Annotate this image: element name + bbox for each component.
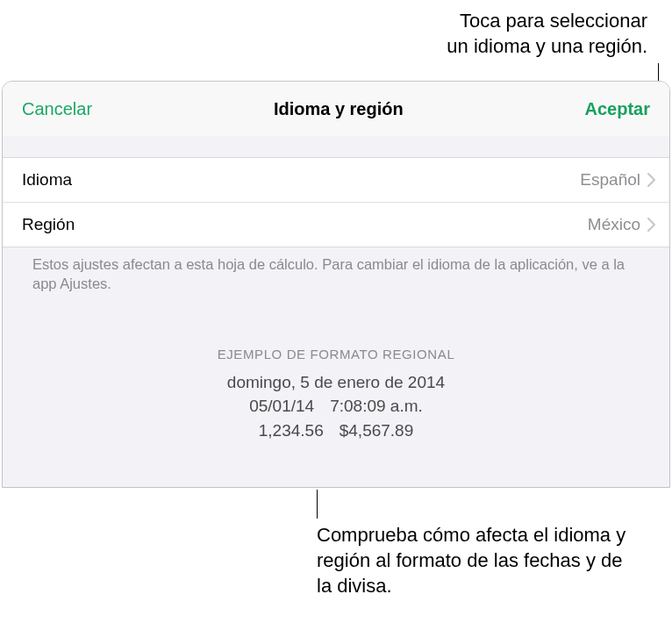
settings-footer-note: Estos ajustes afectan a esta hoja de cál… — [3, 247, 669, 294]
row-language-value: Español — [580, 170, 640, 190]
settings-group: Idioma Español Región México — [3, 157, 669, 247]
example-short-date: 05/01/14 — [249, 394, 314, 419]
example-title: EJEMPLO DE FORMATO REGIONAL — [3, 347, 669, 362]
sheet-header: Cancelar Idioma y región Aceptar — [3, 82, 669, 136]
accept-button[interactable]: Aceptar — [585, 99, 650, 119]
row-language[interactable]: Idioma Español — [3, 158, 669, 202]
leader-line — [317, 490, 318, 519]
row-region-label: Región — [22, 215, 75, 234]
regional-format-example: EJEMPLO DE FORMATO REGIONAL domingo, 5 d… — [3, 347, 669, 443]
callout-top: Toca para seleccionar un idioma y una re… — [447, 9, 647, 59]
sheet-title: Idioma y región — [274, 99, 404, 119]
cancel-button[interactable]: Cancelar — [22, 99, 92, 119]
row-region[interactable]: Región México — [3, 202, 669, 247]
example-number: 1,234.56 — [259, 419, 324, 443]
chevron-right-icon — [647, 218, 655, 232]
example-time: 7:08:09 a.m. — [330, 394, 423, 419]
callout-bottom: Comprueba cómo afecta el idioma y región… — [317, 522, 641, 598]
example-currency: $4,567.89 — [340, 419, 414, 443]
example-long-date: domingo, 5 de enero de 2014 — [3, 370, 669, 395]
row-language-label: Idioma — [22, 170, 72, 190]
language-region-sheet: Cancelar Idioma y región Aceptar Idioma … — [2, 81, 670, 488]
chevron-right-icon — [647, 173, 655, 187]
row-region-value: México — [588, 215, 640, 234]
